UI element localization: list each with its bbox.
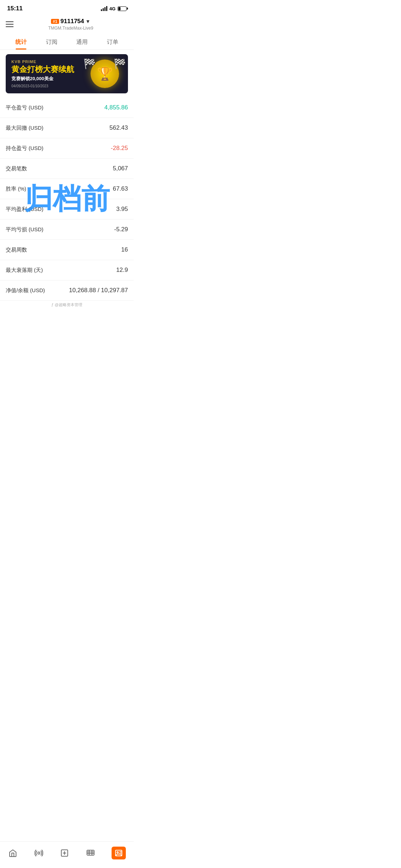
- stat-value-avg-loss: -5.29: [114, 226, 128, 233]
- stat-label-equity-balance: 净值/余额 (USD): [6, 287, 45, 294]
- signal-icon: [101, 6, 107, 11]
- tab-general[interactable]: 通用: [67, 35, 98, 50]
- flag-right-icon: 🏁: [114, 58, 126, 69]
- tab-orders[interactable]: 订单: [97, 35, 128, 50]
- chevron-down-icon: ▼: [86, 19, 91, 24]
- stat-label-trade-weeks: 交易周数: [6, 247, 27, 253]
- stat-row-closed-pnl: 平仓盈亏 (USD) 4,855.86: [0, 98, 134, 118]
- menu-button[interactable]: [6, 21, 14, 27]
- stat-value-avg-profit: 3.95: [116, 206, 128, 213]
- stat-value-floating-pnl: -28.25: [111, 145, 128, 152]
- tab-bar: 统计 订阅 通用 订单: [0, 35, 134, 50]
- stat-row-trade-weeks: 交易周数 16: [0, 240, 134, 260]
- stat-row-floating-pnl: 持仓盈亏 (USD) -28.25: [0, 138, 134, 159]
- stat-row-max-decline: 最大衰落期 (天) 12.9: [0, 260, 134, 280]
- promo-banner[interactable]: KVB PRIME 黄金打榜大赛续航 竞赛解锁20,000美金 04/09/20…: [6, 54, 128, 93]
- stat-label-trade-count: 交易笔数: [6, 165, 27, 172]
- stat-value-max-drawdown: 562.43: [109, 124, 128, 131]
- stat-label-avg-loss: 平均亏损 (USD): [6, 226, 43, 233]
- flag-left-icon: 🏁: [83, 58, 96, 69]
- stat-row-trade-count: 交易笔数 5,067: [0, 159, 134, 179]
- server-name: TMGM.TradeMax-Live9: [14, 26, 128, 31]
- stats-list: 平仓盈亏 (USD) 4,855.86 最大回撤 (USD) 562.43 持仓…: [0, 98, 134, 301]
- stat-row-win-rate: 胜率 (%) 67.63: [0, 179, 134, 199]
- account-number: 9111754: [61, 18, 84, 25]
- stat-value-trade-count: 5,067: [113, 165, 128, 172]
- stat-value-closed-pnl: 4,855.86: [104, 104, 128, 111]
- stat-value-win-rate: 67.63: [113, 185, 128, 192]
- bottom-watermark: ƒ @超略资本管理: [0, 301, 134, 332]
- stat-label-max-decline: 最大衰落期 (天): [6, 267, 43, 274]
- banner-date: 04/09/2023-01/10/2023: [11, 84, 76, 88]
- stat-row-equity-balance: 净值/余额 (USD) 10,268.88 / 10,297.87: [0, 280, 134, 301]
- network-type: 4G: [109, 6, 115, 11]
- stat-label-closed-pnl: 平仓盈亏 (USD): [6, 104, 43, 111]
- account-badge: #1: [51, 19, 59, 24]
- stat-label-win-rate: 胜率 (%): [6, 186, 26, 192]
- stat-value-equity-balance: 10,268.88 / 10,297.87: [69, 287, 128, 294]
- tab-subscribe[interactable]: 订阅: [36, 35, 67, 50]
- status-bar: 15:11 4G: [0, 0, 134, 15]
- banner-brand: KVB PRIME: [11, 60, 76, 64]
- stat-row-max-drawdown: 最大回撤 (USD) 562.43: [0, 118, 134, 138]
- stat-label-max-drawdown: 最大回撤 (USD): [6, 125, 43, 131]
- stats-wrapper: 归档前 平仓盈亏 (USD) 4,855.86 最大回撤 (USD) 562.4…: [0, 98, 134, 301]
- account-title: #1 9111754 ▼: [14, 18, 128, 25]
- banner-subtitle: 竞赛解锁20,000美金: [11, 76, 76, 82]
- header: #1 9111754 ▼ TMGM.TradeMax-Live9: [0, 15, 134, 35]
- stat-row-avg-profit: 平均盈利 (USD) 3.95: [0, 199, 134, 219]
- tab-stats[interactable]: 统计: [6, 35, 36, 50]
- stat-value-trade-weeks: 16: [121, 246, 128, 253]
- banner-left: KVB PRIME 黄金打榜大赛续航 竞赛解锁20,000美金 04/09/20…: [6, 55, 82, 93]
- status-icons: 4G: [101, 6, 127, 11]
- status-time: 15:11: [7, 5, 22, 12]
- banner-right: 🏁 🏆 🏁: [82, 54, 128, 93]
- stat-label-avg-profit: 平均盈利 (USD): [6, 206, 43, 213]
- stat-row-avg-loss: 平均亏损 (USD) -5.29: [0, 219, 134, 240]
- account-info[interactable]: #1 9111754 ▼ TMGM.TradeMax-Live9: [14, 18, 128, 31]
- stat-value-max-decline: 12.9: [116, 267, 128, 274]
- banner-title: 黄金打榜大赛续航: [11, 65, 76, 74]
- stat-label-floating-pnl: 持仓盈亏 (USD): [6, 145, 43, 152]
- banner-container[interactable]: KVB PRIME 黄金打榜大赛续航 竞赛解锁20,000美金 04/09/20…: [0, 50, 134, 98]
- battery-icon: [118, 6, 127, 11]
